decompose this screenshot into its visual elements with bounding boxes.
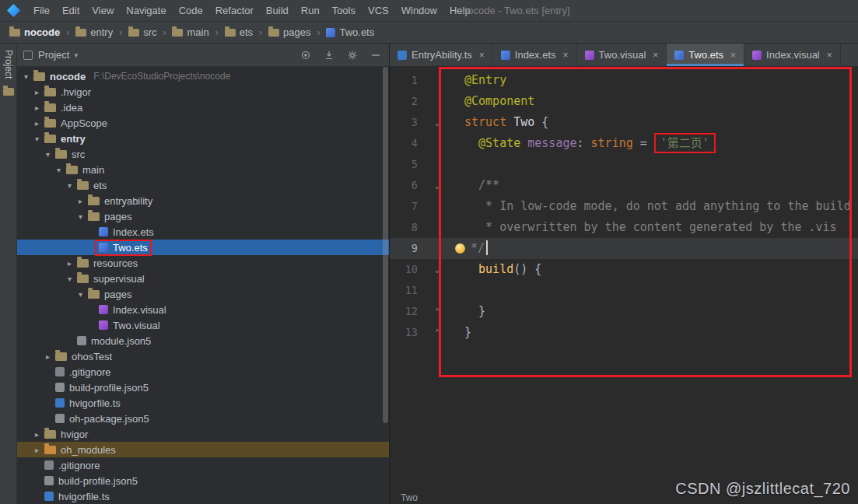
code-line-10[interactable]: 10⌄ build() { (390, 259, 858, 280)
tree-item-pages[interactable]: ▾pages (17, 208, 389, 224)
project-panel-title[interactable]: Project (38, 49, 69, 61)
fold-icon[interactable]: ⌃ (427, 301, 447, 322)
tree-item-src[interactable]: ▾src (17, 146, 389, 162)
fold-icon[interactable]: ⌄ (427, 259, 447, 280)
chevron-down-icon[interactable]: ▾ (53, 166, 65, 174)
chevron-right-icon[interactable]: ▸ (31, 103, 43, 112)
hide-panel-icon[interactable] (370, 50, 381, 61)
menu-window[interactable]: Window (395, 0, 443, 21)
breadcrumb-item-ets[interactable]: ets (223, 26, 254, 38)
tree-item-module.json5[interactable]: module.json5 (17, 333, 389, 348)
code-line-1[interactable]: 1@Entry (390, 70, 858, 91)
chevron-right-icon[interactable]: ▸ (31, 119, 43, 128)
tab-entryability.ts[interactable]: EntryAbility.ts× (390, 44, 493, 66)
code-line-3[interactable]: 3⌄struct Two { (390, 112, 858, 133)
tab-close-icon[interactable]: × (827, 50, 832, 61)
chevron-right-icon[interactable]: ▸ (31, 446, 43, 454)
menu-file[interactable]: File (27, 0, 56, 21)
breadcrumb-item-src[interactable]: src (127, 26, 158, 38)
chevron-down-icon[interactable]: ▾ (20, 72, 32, 81)
tab-two.ets[interactable]: Two.ets× (667, 44, 744, 66)
tab-index.ets[interactable]: Index.ets× (493, 44, 577, 66)
tree-item-build-profile.json5[interactable]: build-profile.json5 (17, 473, 389, 488)
chevron-right-icon[interactable]: ▸ (31, 88, 43, 96)
chevron-right-icon[interactable]: ▸ (64, 259, 75, 268)
chevron-down-icon[interactable]: ▾ (31, 135, 43, 143)
menu-edit[interactable]: Edit (56, 0, 86, 21)
menu-run[interactable]: Run (295, 0, 326, 21)
fold-icon[interactable]: ⌄ (427, 175, 447, 196)
code-line-2[interactable]: 2@Component (390, 91, 858, 112)
code-line-12[interactable]: 12⌃ } (390, 301, 858, 322)
chevron-right-icon[interactable]: ▸ (31, 430, 43, 439)
menu-view[interactable]: View (86, 0, 120, 21)
tree-item-main[interactable]: ▾main (17, 162, 389, 177)
tab-close-icon[interactable]: × (730, 50, 736, 61)
tree-item-resources[interactable]: ▸resources (17, 255, 389, 271)
tree-item-.hvigor[interactable]: ▸.hvigor (17, 84, 389, 100)
tree-item-ets[interactable]: ▾ets (17, 177, 389, 193)
tree-item-supervisual[interactable]: ▾supervisual (17, 271, 389, 286)
tree-item-hvigorfile.ts[interactable]: hvigorfile.ts (17, 395, 389, 411)
menu-vcs[interactable]: VCS (362, 0, 395, 21)
breadcrumb-item-nocode[interactable]: nocode (8, 26, 61, 38)
tree-item-index.visual[interactable]: Index.visual (17, 302, 389, 317)
tree-item-two.ets[interactable]: Two.ets (17, 240, 389, 255)
collapse-all-icon[interactable] (324, 50, 334, 61)
tree-item-oh_modules[interactable]: ▸oh_modules (17, 442, 389, 457)
tree-item-pages[interactable]: ▾pages (17, 286, 389, 302)
menu-build[interactable]: Build (260, 0, 295, 21)
fold-icon[interactable]: ⌃ (427, 322, 447, 343)
code-line-11[interactable]: 11 (390, 280, 858, 301)
editor-breadcrumb[interactable]: Two (401, 492, 418, 503)
chevron-right-icon[interactable]: ▸ (42, 352, 54, 361)
code-line-13[interactable]: 13⌃} (390, 322, 858, 343)
menu-refactor[interactable]: Refactor (209, 0, 260, 21)
tree-item-entry[interactable]: ▾entry (17, 131, 389, 146)
tree-item-.gitignore[interactable]: .gitignore (17, 457, 389, 473)
tree-item-entryability[interactable]: ▸entryability (17, 193, 389, 208)
code-line-7[interactable]: 7 * In low-code mode, do not add anythin… (390, 196, 858, 217)
tree-item-index.ets[interactable]: Index.ets (17, 224, 389, 240)
chevron-down-icon[interactable]: ▾ (42, 150, 54, 159)
tree-item-build-profile.json5[interactable]: build-profile.json5 (17, 380, 389, 395)
tab-two.visual[interactable]: Two.visual× (577, 44, 667, 66)
tree-item-.gitignore[interactable]: .gitignore (17, 364, 389, 380)
tree-item-hvigor[interactable]: ▸hvigor (17, 426, 389, 442)
tab-index.visual[interactable]: Index.visual× (744, 44, 841, 66)
tab-close-icon[interactable]: × (479, 50, 485, 61)
breadcrumb-item-pages[interactable]: pages (267, 26, 312, 38)
project-scrollbar[interactable] (383, 67, 388, 423)
breadcrumb-item-main[interactable]: main (170, 26, 210, 38)
tree-item-appscope[interactable]: ▸AppScope (17, 115, 389, 131)
chevron-down-icon[interactable]: ▾ (75, 212, 86, 221)
tree-item-two.visual[interactable]: Two.visual (17, 317, 389, 333)
tree-item-nocode[interactable]: ▾nocodeF:\DevEcoStudioProjects\nocode (17, 68, 389, 84)
code-line-4[interactable]: 4 @State message: string = '第二页' (390, 133, 858, 154)
settings-gear-icon[interactable] (347, 50, 358, 61)
chevron-down-icon[interactable]: ▾ (64, 275, 75, 283)
menu-tools[interactable]: Tools (326, 0, 362, 21)
tree-item-hvigorfile.ts[interactable]: hvigorfile.ts (17, 488, 389, 504)
code-line-6[interactable]: 6⌄ /** (390, 175, 858, 196)
tree-item-ohostest[interactable]: ▸ohosTest (17, 348, 389, 364)
menu-code[interactable]: Code (173, 0, 209, 21)
breadcrumb-item-entry[interactable]: entry (74, 26, 114, 38)
breadcrumb-item-two.ets[interactable]: Two.ets (324, 26, 376, 38)
code-line-5[interactable]: 5 (390, 154, 858, 175)
chevron-down-icon[interactable]: ▾ (64, 181, 75, 190)
tab-close-icon[interactable]: × (563, 50, 569, 61)
chevron-down-icon[interactable]: ▾ (74, 51, 78, 59)
intention-bulb-icon[interactable] (455, 243, 465, 254)
tree-item-.idea[interactable]: ▸.idea (17, 100, 389, 115)
locate-file-icon[interactable] (300, 50, 311, 61)
tree-item-oh-package.json5[interactable]: oh-package.json5 (17, 411, 389, 426)
code-editor[interactable]: 1@Entry2@Component3⌄struct Two {4 @State… (390, 66, 858, 504)
code-line-9[interactable]: 9*/ (390, 238, 858, 259)
project-tool-button[interactable]: Project (3, 50, 14, 79)
fold-icon[interactable]: ⌄ (427, 112, 447, 133)
menu-navigate[interactable]: Navigate (120, 0, 172, 21)
code-line-8[interactable]: 8 * overwritten by the content generated… (390, 217, 858, 238)
chevron-right-icon[interactable]: ▸ (75, 197, 86, 205)
chevron-down-icon[interactable]: ▾ (75, 290, 86, 299)
